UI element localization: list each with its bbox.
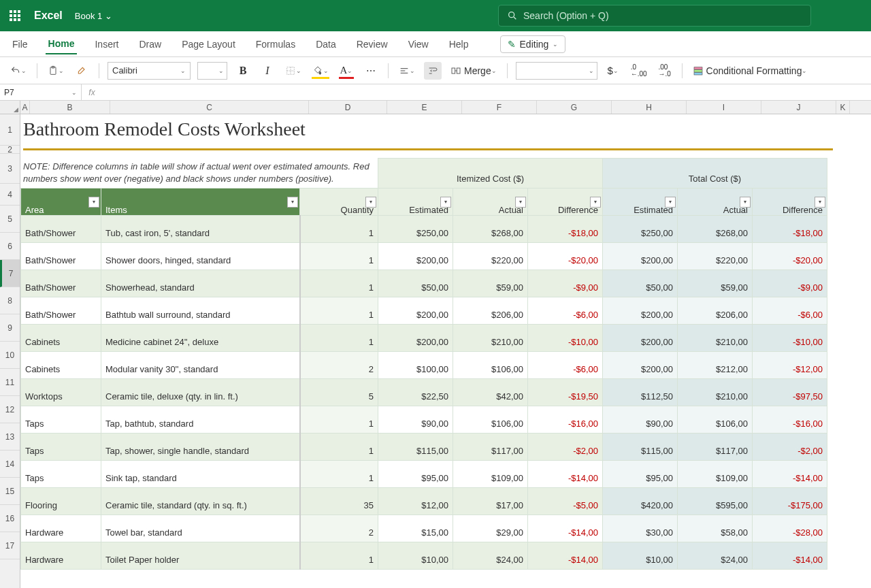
italic-button[interactable]: I xyxy=(259,62,276,80)
cell[interactable]: $106,00 xyxy=(678,406,753,434)
cell[interactable]: $15,00 xyxy=(378,515,453,542)
cell[interactable]: -$20,00 xyxy=(753,243,827,270)
cell[interactable]: $200,00 xyxy=(603,325,678,352)
paste-button[interactable]: ⌄ xyxy=(46,62,66,80)
col-header-H[interactable]: H xyxy=(612,101,687,114)
col-header-F[interactable]: F xyxy=(462,101,537,114)
decrease-decimal-button[interactable]: .00→.0 xyxy=(656,62,674,80)
cell[interactable]: $212,00 xyxy=(678,352,753,379)
cell[interactable]: 35 xyxy=(300,488,378,515)
col-header-est[interactable]: Estimated▾ xyxy=(378,189,453,216)
row-header-5[interactable]: 5 xyxy=(0,206,20,233)
cell[interactable]: $90,00 xyxy=(378,406,453,434)
col-header-D[interactable]: D xyxy=(309,101,387,114)
cell[interactable]: -$16,00 xyxy=(753,406,827,434)
font-color-button[interactable]: A⌄ xyxy=(338,62,355,80)
cell[interactable]: $50,00 xyxy=(603,270,678,297)
font-size-select[interactable]: ⌄ xyxy=(197,62,227,80)
cell[interactable]: $10,00 xyxy=(603,542,678,570)
cell[interactable]: $115,00 xyxy=(603,434,678,461)
select-all-corner[interactable] xyxy=(0,101,20,114)
cell[interactable]: Flooring xyxy=(21,488,101,515)
col-header-diff[interactable]: Difference▾ xyxy=(528,189,603,216)
tab-data[interactable]: Data xyxy=(313,35,339,54)
cell[interactable]: $10,00 xyxy=(378,542,453,570)
cell[interactable]: $24,00 xyxy=(678,542,753,570)
cell[interactable]: -$6,00 xyxy=(528,297,603,325)
col-header-I[interactable]: I xyxy=(687,101,761,114)
fill-color-button[interactable]: ⌄ xyxy=(310,62,331,80)
cell[interactable]: Toilet Paper holder xyxy=(101,542,300,570)
cell[interactable]: Taps xyxy=(21,434,101,461)
row-header-12[interactable]: 12 xyxy=(0,396,20,423)
cell[interactable]: Towel bar, standard xyxy=(101,515,300,542)
tab-help[interactable]: Help xyxy=(446,35,472,54)
cell[interactable]: Hardware xyxy=(21,515,101,542)
cell[interactable]: -$10,00 xyxy=(753,325,827,352)
col-header-items[interactable]: Items▾ xyxy=(101,189,300,216)
app-launcher-button[interactable] xyxy=(5,6,24,25)
filter-button[interactable]: ▾ xyxy=(515,197,526,208)
cell[interactable]: Modular vanity 30'', standard xyxy=(101,352,300,379)
cell[interactable]: $250,00 xyxy=(378,216,453,243)
filter-button[interactable]: ▾ xyxy=(440,197,451,208)
cell[interactable]: -$18,00 xyxy=(528,216,603,243)
tab-review[interactable]: Review xyxy=(354,35,391,54)
cell[interactable]: $12,00 xyxy=(378,488,453,515)
cell[interactable]: Worktops xyxy=(21,379,101,406)
cell[interactable]: $109,00 xyxy=(678,461,753,488)
row-header-9[interactable]: 9 xyxy=(0,314,20,342)
col-header-t-act[interactable]: Actual▾ xyxy=(678,189,753,216)
cell[interactable]: Bathtub wall surround, standard xyxy=(101,297,300,325)
cell[interactable]: -$14,00 xyxy=(528,461,603,488)
row-header-2[interactable]: 2 xyxy=(0,146,20,154)
cell[interactable]: Bath/Shower xyxy=(21,297,101,325)
cell[interactable]: $200,00 xyxy=(378,325,453,352)
row-header-8[interactable]: 8 xyxy=(0,287,20,314)
col-header-B[interactable]: B xyxy=(30,101,110,114)
filter-button[interactable]: ▾ xyxy=(365,197,376,208)
cell[interactable]: -$2,00 xyxy=(753,434,827,461)
row-header-4[interactable]: 4 xyxy=(0,184,20,206)
filter-button[interactable]: ▾ xyxy=(815,197,825,208)
cell[interactable]: $50,00 xyxy=(378,270,453,297)
formula-input[interactable] xyxy=(102,84,871,100)
align-button[interactable]: ⌄ xyxy=(397,62,417,80)
tab-draw[interactable]: Draw xyxy=(136,35,164,54)
cell[interactable]: $109,00 xyxy=(453,461,528,488)
cell[interactable]: -$10,00 xyxy=(528,325,603,352)
cell[interactable]: $210,00 xyxy=(678,379,753,406)
cell[interactable]: Shower doors, hinged, standard xyxy=(101,243,300,270)
cell[interactable]: $22,50 xyxy=(378,379,453,406)
row-header-16[interactable]: 16 xyxy=(0,505,20,532)
more-font-button[interactable]: ⋯ xyxy=(362,62,380,80)
cell[interactable]: $106,00 xyxy=(453,352,528,379)
cell[interactable]: $220,00 xyxy=(453,243,528,270)
cell[interactable]: Tub, cast iron, 5', standard xyxy=(101,216,300,243)
font-family-select[interactable]: Calibri⌄ xyxy=(108,62,191,80)
cell[interactable]: 2 xyxy=(300,515,378,542)
cell[interactable]: 1 xyxy=(300,434,378,461)
cell[interactable]: -$6,00 xyxy=(528,352,603,379)
cell[interactable]: -$20,00 xyxy=(528,243,603,270)
cell[interactable]: $200,00 xyxy=(378,297,453,325)
fx-icon[interactable]: fx xyxy=(82,88,102,97)
cell[interactable]: 1 xyxy=(300,461,378,488)
cell[interactable]: -$175,00 xyxy=(753,488,827,515)
filter-button[interactable]: ▾ xyxy=(665,197,676,208)
cell[interactable]: Ceramic tile, deluxe (qty. in lin. ft.) xyxy=(101,379,300,406)
cell[interactable]: -$14,00 xyxy=(753,461,827,488)
cell[interactable]: $220,00 xyxy=(678,243,753,270)
tab-file[interactable]: File xyxy=(10,35,31,54)
cell[interactable]: -$28,00 xyxy=(753,515,827,542)
increase-decimal-button[interactable]: .0←.00 xyxy=(629,62,649,80)
cell[interactable]: $210,00 xyxy=(678,325,753,352)
undo-button[interactable]: ⌄ xyxy=(8,62,29,80)
cell[interactable]: -$9,00 xyxy=(753,270,827,297)
cell[interactable]: Medicine cabinet 24'', deluxe xyxy=(101,325,300,352)
cell[interactable]: 1 xyxy=(300,243,378,270)
row-header-15[interactable]: 15 xyxy=(0,478,20,505)
cell[interactable]: Sink tap, standard xyxy=(101,461,300,488)
cell[interactable]: $24,00 xyxy=(453,542,528,570)
row-header-17[interactable]: 17 xyxy=(0,532,20,559)
